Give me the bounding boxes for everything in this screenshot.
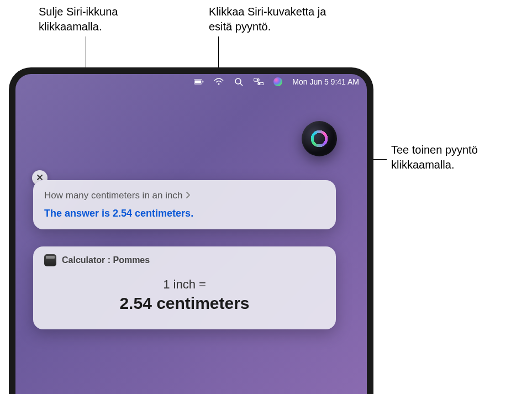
spotlight-icon[interactable] (234, 77, 244, 87)
svg-point-3 (218, 83, 220, 85)
siri-menubar-icon[interactable] (273, 77, 282, 86)
svg-rect-6 (254, 78, 259, 81)
svg-rect-2 (203, 81, 204, 82)
calculator-icon (44, 254, 56, 266)
siri-orb[interactable] (302, 121, 337, 156)
control-center-icon[interactable] (254, 77, 264, 87)
svg-rect-8 (258, 82, 264, 85)
callout-orb-label: Tee toinen pyyntö klikkaamalla. (391, 143, 529, 172)
siri-response-card: How many centimeters in an inch The answ… (33, 180, 336, 229)
siri-query-row[interactable]: How many centimeters in an inch (44, 190, 325, 201)
menubar: Mon Jun 5 9:41 AM (15, 74, 367, 90)
calculator-input: 1 inch = (44, 277, 325, 292)
calculator-title: Calculator : Pommes (62, 255, 150, 265)
svg-point-4 (235, 78, 241, 84)
menubar-datetime[interactable]: Mon Jun 5 9:41 AM (292, 77, 359, 86)
svg-rect-1 (195, 81, 201, 83)
calculator-header: Calculator : Pommes (44, 254, 325, 266)
callout-siri-menubar-label: Klikkaa Siri-kuvaketta ja esitä pyyntö. (209, 4, 341, 34)
calculator-output: 2.54 centimeters (44, 294, 325, 313)
siri-answer-text: The answer is 2.54 centimeters. (44, 208, 325, 219)
battery-icon[interactable] (194, 77, 204, 87)
siri-query-text: How many centimeters in an inch (44, 190, 182, 201)
wifi-icon[interactable] (214, 77, 224, 87)
siri-calculator-card: Calculator : Pommes 1 inch = 2.54 centim… (33, 246, 336, 329)
svg-point-7 (257, 79, 259, 81)
chevron-right-icon (186, 191, 190, 201)
callout-close-label: Sulje Siri-ikkuna klikkaamalla. (39, 4, 160, 34)
device-frame: Mon Jun 5 9:41 AM How many centimeters i… (9, 67, 373, 394)
calculator-result: 1 inch = 2.54 centimeters (44, 277, 325, 313)
callout-line (86, 36, 86, 67)
svg-point-9 (259, 83, 261, 85)
svg-line-5 (240, 83, 243, 86)
